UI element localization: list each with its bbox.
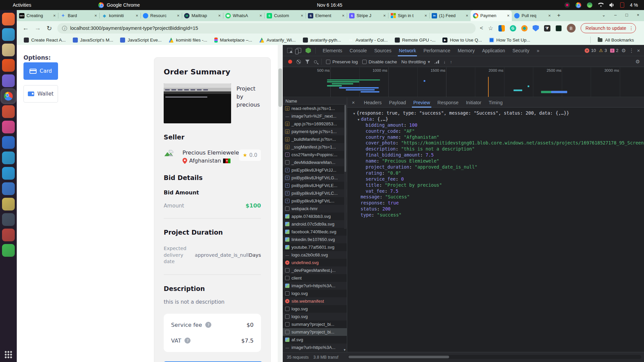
- tab-search-chevron[interactable]: ⌄: [602, 12, 605, 17]
- tab-resourc[interactable]: Resourc×: [141, 10, 182, 21]
- request-row[interactable]: —image?url=https%3A...: [283, 344, 347, 351]
- tab-close-icon[interactable]: ×: [507, 13, 509, 18]
- tab-close-icon[interactable]: ×: [136, 13, 138, 18]
- page-scrollbar-thumb[interactable]: [278, 68, 282, 107]
- tab-close-icon[interactable]: ×: [383, 13, 386, 18]
- dock-icon-files[interactable]: [2, 44, 15, 56]
- export-har-icon[interactable]: ↑: [450, 59, 452, 64]
- request-row[interactable]: image?url=https%3A...: [283, 282, 347, 290]
- bookmark-item[interactable]: Marketplace –...: [214, 38, 252, 43]
- request-row[interactable]: _devMiddlewareMan...: [283, 159, 347, 166]
- tab-pull-req[interactable]: Pull req×: [512, 10, 553, 21]
- devtools-close-icon[interactable]: ×: [637, 48, 640, 53]
- request-row[interactable]: summary?project_bi...: [283, 320, 347, 328]
- devtools-kebab-icon[interactable]: ⋮: [629, 48, 634, 54]
- dock-icon-toolbox[interactable]: [2, 229, 15, 241]
- request-row[interactable]: —image?url=%2F_next...: [283, 112, 347, 120]
- dock-icon-monitor-app[interactable]: [2, 136, 15, 149]
- devtools-tab-memory[interactable]: Memory: [454, 45, 479, 56]
- tab--1-feed[interactable]: in(1) Feed×: [429, 10, 471, 21]
- warnings-icon[interactable]: ⚠: [599, 48, 603, 53]
- page-scrollbar[interactable]: [278, 45, 283, 362]
- detail-tab-initiator[interactable]: Initiator: [462, 98, 485, 108]
- tab-close-icon[interactable]: ×: [218, 13, 221, 18]
- preserve-log-checkbox[interactable]: Preserve log: [326, 59, 358, 64]
- devtools-settings-icon[interactable]: ⚙: [622, 48, 626, 54]
- tab-paymen[interactable]: Paymen×: [471, 10, 512, 21]
- request-row[interactable]: —logo.ca2b0c68.svg: [283, 251, 347, 259]
- clear-network-log-icon[interactable]: [297, 60, 301, 64]
- request-row[interactable]: ×site.webmanifest: [283, 297, 347, 305]
- site-info-icon[interactable]: i: [62, 26, 67, 31]
- json-property-line[interactable]: type: "success": [347, 212, 644, 218]
- activities-button[interactable]: Activities: [13, 2, 31, 8]
- request-row[interactable]: client: [283, 274, 347, 282]
- detail-tab-response[interactable]: Response: [434, 98, 462, 108]
- json-property-line[interactable]: response: true: [347, 200, 644, 206]
- request-row[interactable]: af.svg: [283, 336, 347, 344]
- bookmark-star-icon[interactable]: ☆: [488, 25, 493, 32]
- disable-cache-checkbox[interactable]: Disable cache: [362, 59, 397, 64]
- tab-close-icon[interactable]: ×: [177, 13, 179, 18]
- devtools-tab-security[interactable]: Security: [509, 45, 533, 56]
- tab-close-icon[interactable]: ×: [342, 13, 344, 18]
- json-property-line[interactable]: rating: "0.0": [347, 170, 644, 176]
- json-property-line[interactable]: country_name: "Afghanistan": [347, 134, 644, 140]
- json-property-line[interactable]: title: "Project by precious": [347, 182, 644, 188]
- tray-update-icon[interactable]: [587, 2, 592, 8]
- dock-icon-blue-app[interactable]: [2, 152, 15, 164]
- tab-sign-in-t[interactable]: Sign in t×: [388, 10, 429, 21]
- json-property-line[interactable]: service_fee: 0: [347, 176, 644, 182]
- dock-icon-chrome[interactable]: [2, 90, 15, 103]
- request-row[interactable]: TpxiByp8kv8JHgFVrLE...: [283, 182, 347, 189]
- bookmark-item[interactable]: Remote GPU -...: [395, 38, 436, 43]
- bookmark-item[interactable]: coAvatarify - Col...: [348, 38, 388, 43]
- tab-close-icon[interactable]: ×: [53, 13, 56, 18]
- tray-app-icon[interactable]: [565, 2, 570, 8]
- app-grid-icon[interactable]: [4, 351, 12, 359]
- profile-avatar[interactable]: B: [567, 24, 576, 33]
- inspect-element-icon[interactable]: [287, 48, 292, 53]
- tab-element[interactable]: SElement×: [306, 10, 347, 21]
- dock-icon-vscode[interactable]: [2, 167, 15, 180]
- bookmark-item[interactable]: Avatarify_Wi...: [259, 38, 296, 43]
- tab-close-icon[interactable]: ×: [259, 13, 262, 18]
- request-row[interactable]: TpxiByp8kv8JHgFVrL...: [283, 197, 347, 205]
- bookmark-item[interactable]: How To Set Up...: [489, 38, 530, 43]
- devtools-more-tabs-chevron[interactable]: »: [533, 45, 543, 56]
- dock-icon-app-blue[interactable]: [2, 28, 15, 41]
- throttling-dropdown[interactable]: No throttling ▾: [401, 59, 430, 64]
- dock-icon-terminal[interactable]: [2, 244, 15, 257]
- back-button[interactable]: ←: [22, 24, 29, 32]
- scrollbar-thumb[interactable]: [348, 356, 449, 358]
- dock-icon-blue-app-2[interactable]: [2, 182, 15, 195]
- extension-eye-icon[interactable]: [521, 25, 528, 32]
- dock-icon-pink-app[interactable]: [2, 121, 15, 133]
- bookmark-item[interactable]: Create React A...: [24, 38, 66, 43]
- request-row[interactable]: /css2?family=Poppins:...: [283, 151, 347, 159]
- dock-icon-dark-app[interactable]: [2, 213, 15, 226]
- json-property-line[interactable]: message: "Success": [347, 194, 644, 200]
- devtools-tab-console[interactable]: Console: [346, 45, 370, 56]
- devtools-tab-elements[interactable]: Elements: [319, 45, 346, 56]
- filter-icon[interactable]: [305, 60, 310, 64]
- minimize-button[interactable]: –: [614, 12, 616, 17]
- tab-close-icon[interactable]: ×: [301, 13, 303, 18]
- json-property-line[interactable]: status: 200: [347, 206, 644, 212]
- all-bookmarks[interactable]: All Bookmarks: [598, 38, 634, 43]
- dock-icon-ubuntu-software[interactable]: [2, 59, 15, 72]
- zenmate-shield-icon[interactable]: [533, 25, 539, 32]
- json-data-line[interactable]: ▼data: {,…}: [347, 116, 644, 122]
- json-property-line[interactable]: cover_photo: "https://kominitidevstgng01…: [347, 140, 644, 146]
- framework-devtools-icon[interactable]: [306, 48, 311, 53]
- tab-creating[interactable]: DEVCreating×: [17, 10, 58, 21]
- address-bar[interactable]: i localhost:3000/payment/payment-type?pr…: [57, 23, 476, 34]
- new-tab-button[interactable]: +: [557, 12, 560, 19]
- request-row[interactable]: ×undefined.svg: [283, 259, 347, 266]
- json-root-line[interactable]: ▼{response: true, type: "success", messa…: [347, 110, 644, 116]
- json-property-line[interactable]: bidding_amount: 100: [347, 122, 644, 128]
- network-overview-timeline[interactable]: 500 ms1000 ms1500 ms2000 ms2500 ms3000 m…: [283, 67, 644, 97]
- request-row[interactable]: {}_app.js?ts=16992853...: [283, 120, 347, 128]
- network-conditions-icon[interactable]: [434, 60, 439, 64]
- maximize-button[interactable]: □: [626, 12, 628, 17]
